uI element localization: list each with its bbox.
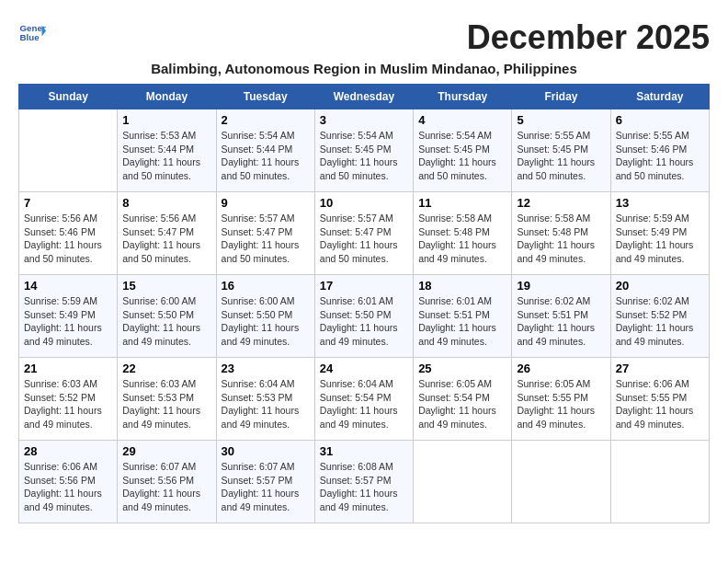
day-info: Sunrise: 6:00 AMSunset: 5:50 PMDaylight:… [122, 294, 210, 349]
calendar-cell: 5Sunrise: 5:55 AMSunset: 5:45 PMDaylight… [512, 109, 610, 192]
day-info: Sunrise: 6:07 AMSunset: 5:56 PMDaylight:… [122, 460, 210, 514]
day-info: Sunrise: 5:58 AMSunset: 5:48 PMDaylight:… [517, 212, 605, 266]
day-number: 5 [517, 113, 605, 127]
day-number: 28 [24, 444, 112, 458]
calendar-header-row: SundayMondayTuesdayWednesdayThursdayFrid… [19, 85, 710, 109]
calendar-cell: 14Sunrise: 5:59 AMSunset: 5:49 PMDayligh… [19, 275, 118, 358]
day-number: 18 [418, 279, 506, 293]
calendar-cell: 26Sunrise: 6:05 AMSunset: 5:55 PMDayligh… [512, 358, 610, 441]
calendar-cell: 11Sunrise: 5:58 AMSunset: 5:48 PMDayligh… [414, 192, 512, 275]
day-info: Sunrise: 5:55 AMSunset: 5:46 PMDaylight:… [616, 129, 704, 183]
day-header-saturday: Saturday [610, 85, 709, 109]
day-info: Sunrise: 6:02 AMSunset: 5:51 PMDaylight:… [517, 294, 605, 349]
calendar-body: 1Sunrise: 5:53 AMSunset: 5:44 PMDaylight… [19, 109, 710, 523]
day-number: 8 [122, 196, 210, 210]
calendar-cell: 9Sunrise: 5:57 AMSunset: 5:47 PMDaylight… [216, 192, 314, 275]
day-info: Sunrise: 6:05 AMSunset: 5:54 PMDaylight:… [418, 377, 506, 431]
calendar-cell: 8Sunrise: 5:56 AMSunset: 5:47 PMDaylight… [118, 192, 216, 275]
calendar-cell: 16Sunrise: 6:00 AMSunset: 5:50 PMDayligh… [216, 275, 314, 358]
day-number: 1 [122, 113, 210, 127]
day-info: Sunrise: 5:56 AMSunset: 5:46 PMDaylight:… [24, 212, 112, 266]
day-number: 13 [616, 196, 704, 210]
day-number: 9 [222, 196, 310, 210]
day-number: 31 [320, 444, 408, 458]
day-number: 12 [517, 196, 605, 210]
day-info: Sunrise: 6:02 AMSunset: 5:52 PMDaylight:… [616, 294, 704, 349]
subtitle: Balimbing, Autonomous Region in Muslim M… [18, 61, 710, 76]
day-header-tuesday: Tuesday [216, 85, 314, 109]
day-info: Sunrise: 5:59 AMSunset: 5:49 PMDaylight:… [616, 212, 704, 266]
day-info: Sunrise: 5:54 AMSunset: 5:44 PMDaylight:… [222, 129, 310, 183]
calendar-table: SundayMondayTuesdayWednesdayThursdayFrid… [18, 84, 710, 523]
day-number: 6 [616, 113, 704, 127]
day-number: 14 [24, 279, 112, 293]
day-number: 17 [320, 279, 408, 293]
day-number: 25 [418, 362, 506, 375]
calendar-cell: 15Sunrise: 6:00 AMSunset: 5:50 PMDayligh… [118, 275, 216, 358]
calendar-week-1: 1Sunrise: 5:53 AMSunset: 5:44 PMDaylight… [19, 109, 710, 192]
calendar-cell [414, 441, 512, 523]
calendar-cell [610, 441, 709, 523]
day-header-friday: Friday [512, 85, 610, 109]
calendar-cell: 22Sunrise: 6:03 AMSunset: 5:53 PMDayligh… [118, 358, 216, 441]
day-number: 3 [320, 113, 408, 127]
calendar-cell: 1Sunrise: 5:53 AMSunset: 5:44 PMDaylight… [118, 109, 216, 192]
day-number: 15 [122, 279, 210, 293]
day-number: 23 [222, 362, 310, 375]
day-number: 27 [616, 362, 704, 375]
calendar-cell: 23Sunrise: 6:04 AMSunset: 5:53 PMDayligh… [216, 358, 314, 441]
calendar-cell: 6Sunrise: 5:55 AMSunset: 5:46 PMDaylight… [610, 109, 709, 192]
calendar-cell: 29Sunrise: 6:07 AMSunset: 5:56 PMDayligh… [118, 441, 216, 523]
day-header-sunday: Sunday [19, 85, 118, 109]
calendar-cell: 7Sunrise: 5:56 AMSunset: 5:46 PMDaylight… [19, 192, 118, 275]
calendar-cell: 12Sunrise: 5:58 AMSunset: 5:48 PMDayligh… [512, 192, 610, 275]
day-info: Sunrise: 6:03 AMSunset: 5:53 PMDaylight:… [122, 377, 210, 431]
day-info: Sunrise: 6:00 AMSunset: 5:50 PMDaylight:… [222, 294, 310, 349]
day-number: 24 [320, 362, 408, 375]
calendar-cell [512, 441, 610, 523]
calendar-cell: 17Sunrise: 6:01 AMSunset: 5:50 PMDayligh… [314, 275, 413, 358]
calendar-cell: 4Sunrise: 5:54 AMSunset: 5:45 PMDaylight… [414, 109, 512, 192]
day-info: Sunrise: 6:05 AMSunset: 5:55 PMDaylight:… [517, 377, 605, 431]
day-info: Sunrise: 5:56 AMSunset: 5:47 PMDaylight:… [122, 212, 210, 266]
calendar-week-5: 28Sunrise: 6:06 AMSunset: 5:56 PMDayligh… [19, 441, 710, 523]
day-info: Sunrise: 5:58 AMSunset: 5:48 PMDaylight:… [418, 212, 506, 266]
calendar-cell: 28Sunrise: 6:06 AMSunset: 5:56 PMDayligh… [19, 441, 118, 523]
day-number: 4 [418, 113, 506, 127]
calendar-cell: 13Sunrise: 5:59 AMSunset: 5:49 PMDayligh… [610, 192, 709, 275]
calendar-week-4: 21Sunrise: 6:03 AMSunset: 5:52 PMDayligh… [19, 358, 710, 441]
day-info: Sunrise: 5:57 AMSunset: 5:47 PMDaylight:… [222, 212, 310, 266]
day-info: Sunrise: 6:01 AMSunset: 5:50 PMDaylight:… [320, 294, 408, 349]
day-number: 16 [222, 279, 310, 293]
day-number: 26 [517, 362, 605, 375]
day-number: 2 [222, 113, 310, 127]
day-info: Sunrise: 6:06 AMSunset: 5:55 PMDaylight:… [616, 377, 704, 431]
calendar-week-3: 14Sunrise: 5:59 AMSunset: 5:49 PMDayligh… [19, 275, 710, 358]
day-number: 11 [418, 196, 506, 210]
calendar-cell: 24Sunrise: 6:04 AMSunset: 5:54 PMDayligh… [314, 358, 413, 441]
calendar-cell: 19Sunrise: 6:02 AMSunset: 5:51 PMDayligh… [512, 275, 610, 358]
day-number: 29 [122, 444, 210, 458]
day-info: Sunrise: 5:57 AMSunset: 5:47 PMDaylight:… [320, 212, 408, 266]
calendar-cell: 3Sunrise: 5:54 AMSunset: 5:45 PMDaylight… [314, 109, 413, 192]
day-info: Sunrise: 6:08 AMSunset: 5:57 PMDaylight:… [320, 460, 408, 514]
day-info: Sunrise: 5:54 AMSunset: 5:45 PMDaylight:… [418, 129, 506, 183]
svg-text:Blue: Blue [20, 32, 40, 42]
calendar-cell: 20Sunrise: 6:02 AMSunset: 5:52 PMDayligh… [610, 275, 709, 358]
day-number: 21 [24, 362, 112, 375]
day-number: 7 [24, 196, 112, 210]
logo-icon: General Blue [18, 18, 46, 46]
day-header-wednesday: Wednesday [314, 85, 413, 109]
day-header-thursday: Thursday [414, 85, 512, 109]
day-info: Sunrise: 6:06 AMSunset: 5:56 PMDaylight:… [24, 460, 112, 514]
day-info: Sunrise: 5:53 AMSunset: 5:44 PMDaylight:… [122, 129, 210, 183]
calendar-cell: 2Sunrise: 5:54 AMSunset: 5:44 PMDaylight… [216, 109, 314, 192]
day-info: Sunrise: 6:01 AMSunset: 5:51 PMDaylight:… [418, 294, 506, 349]
day-info: Sunrise: 6:04 AMSunset: 5:53 PMDaylight:… [222, 377, 310, 431]
calendar-cell: 18Sunrise: 6:01 AMSunset: 5:51 PMDayligh… [414, 275, 512, 358]
day-info: Sunrise: 6:03 AMSunset: 5:52 PMDaylight:… [24, 377, 112, 431]
calendar-cell: 21Sunrise: 6:03 AMSunset: 5:52 PMDayligh… [19, 358, 118, 441]
title-area: December 2025 [467, 18, 710, 57]
calendar-cell: 30Sunrise: 6:07 AMSunset: 5:57 PMDayligh… [216, 441, 314, 523]
day-number: 10 [320, 196, 408, 210]
